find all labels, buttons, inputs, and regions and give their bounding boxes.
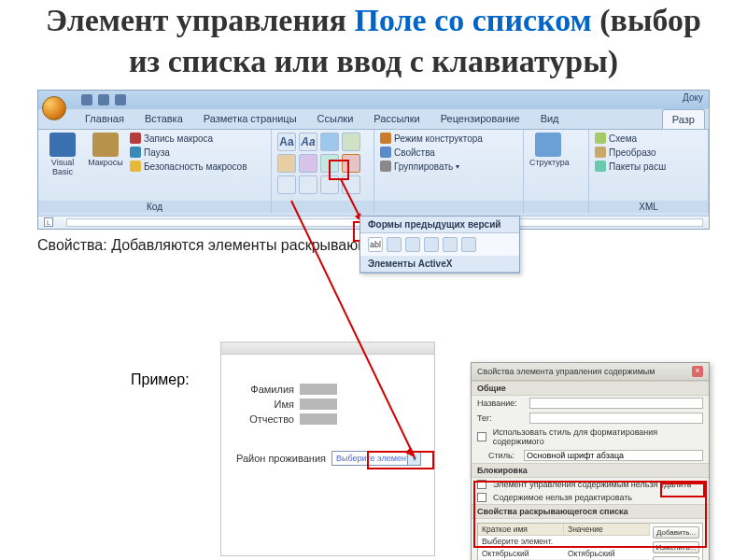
properties-button[interactable]: Свойства xyxy=(380,147,483,158)
tab-review[interactable]: Рецензирование xyxy=(431,109,529,129)
combobox-control-icon[interactable] xyxy=(277,154,296,173)
macros-icon xyxy=(92,133,119,157)
combobox-value: Выберите элемент. xyxy=(332,454,407,463)
shading-legacy-icon[interactable] xyxy=(443,237,458,252)
window-title-fragment: Доку xyxy=(683,92,703,103)
textbox-legacy-icon[interactable]: abl xyxy=(368,237,383,252)
col-shortname: Краткое имя xyxy=(478,524,564,535)
tag-field[interactable] xyxy=(529,413,703,424)
macros-button[interactable]: Макросы xyxy=(87,133,124,168)
control-extra1-icon[interactable] xyxy=(277,175,296,194)
dropdown-props-section: Свойства раскрывающегося списка xyxy=(472,504,709,519)
ruler-marker: L xyxy=(44,217,53,227)
group-controls-props-label xyxy=(374,201,523,213)
visual-basic-icon xyxy=(49,133,76,157)
use-style-label: Использовать стиль для форматирования со… xyxy=(493,427,703,446)
no-delete-checkbox[interactable] xyxy=(477,480,486,489)
warning-icon xyxy=(130,161,141,172)
legacy-forms-header: Формы предыдущих версий xyxy=(360,217,519,233)
structure-button[interactable]: Структура xyxy=(529,133,567,168)
dropdown-list-area: Краткое имя Значение Выберите элемент. О… xyxy=(477,523,703,560)
controls-gallery: Aa Aa xyxy=(277,133,360,194)
tab-mailings[interactable]: Рассылки xyxy=(364,109,429,129)
checkbox-legacy-icon[interactable] xyxy=(387,237,402,252)
no-delete-label: Элемент управления содержимым нельзя уда… xyxy=(493,480,692,489)
pause-icon xyxy=(130,147,141,158)
tab-layout[interactable]: Разметка страницы xyxy=(194,109,306,129)
dropdown-control-icon[interactable] xyxy=(299,154,317,173)
region-label: Район проживания xyxy=(229,453,326,464)
general-section: Общие xyxy=(472,381,709,396)
group-controls-props: Режим конструктора Свойства Группировать… xyxy=(374,130,524,214)
edit-button[interactable]: Изменить... xyxy=(653,541,699,553)
schema-icon xyxy=(595,133,606,144)
legacy-forms-row: abl xyxy=(360,233,519,256)
visual-basic-button[interactable]: Visual Basic xyxy=(44,133,81,177)
title-highlight: Поле со списком xyxy=(355,3,592,37)
patronymic-label: Отчество xyxy=(229,413,294,425)
lastname-label: Фамилия xyxy=(229,384,294,395)
expansion-packs-button[interactable]: Пакеты расш xyxy=(595,161,666,172)
save-icon[interactable] xyxy=(81,94,92,105)
tab-developer[interactable]: Разр xyxy=(662,109,705,129)
list-item: Выберите элемент. xyxy=(478,536,650,548)
group-controls-label xyxy=(272,201,374,213)
group-xml: Схема Преобразо Пакеты расш XML xyxy=(589,130,709,214)
tab-view[interactable]: Вид xyxy=(531,109,569,129)
legacy-tools-dropdown: Формы предыдущих версий abl Элементы Act… xyxy=(359,216,520,273)
plaintext-control-icon[interactable]: Aa xyxy=(299,133,317,151)
tab-insert[interactable]: Вставка xyxy=(135,109,192,129)
tab-references[interactable]: Ссылки xyxy=(308,109,363,129)
add-button[interactable]: Добавить... xyxy=(653,526,699,539)
group-button[interactable]: Группировать ▾ xyxy=(380,161,483,172)
name-field[interactable] xyxy=(529,398,703,409)
record-macro-button[interactable]: Запись макроса xyxy=(130,133,247,144)
reset-legacy-icon[interactable] xyxy=(461,237,476,252)
control-extra3-icon[interactable] xyxy=(320,175,339,194)
undo-icon[interactable] xyxy=(98,94,109,105)
group-code-label: Код xyxy=(38,201,271,213)
chevron-down-icon: ▾ xyxy=(407,452,420,465)
transform-button[interactable]: Преобразо xyxy=(595,147,666,158)
col-value: Значение xyxy=(564,524,650,535)
lastname-field[interactable] xyxy=(300,384,337,395)
macro-security-button[interactable]: Безопасность макросов xyxy=(130,161,247,172)
legacy-tools-icon[interactable] xyxy=(342,154,360,173)
word-ribbon: Доку Главная Вставка Разметка страницы С… xyxy=(37,90,710,230)
frame-legacy-icon[interactable] xyxy=(424,237,439,252)
slide-title: Элемент управления Поле со списком (выбо… xyxy=(28,0,719,82)
example-label: Пример: xyxy=(131,371,190,388)
picture-control-icon[interactable] xyxy=(320,133,339,151)
control-extra4-icon[interactable] xyxy=(342,175,360,194)
group-code: Visual Basic Макросы Запись макроса Пауз… xyxy=(38,130,272,214)
use-style-checkbox[interactable] xyxy=(477,432,486,441)
firstname-field[interactable] xyxy=(300,399,337,410)
dropdown-legacy-icon[interactable] xyxy=(405,237,420,252)
schema-button[interactable]: Схема xyxy=(595,133,666,144)
ribbon-tabs: Главная Вставка Разметка страницы Ссылки… xyxy=(38,109,709,130)
richtext-control-icon[interactable]: Aa xyxy=(277,133,296,151)
firstname-label: Имя xyxy=(229,399,294,410)
patronymic-field[interactable] xyxy=(300,413,337,425)
tag-label: Тег: xyxy=(477,413,526,423)
buildingblock-control-icon[interactable] xyxy=(342,133,360,151)
no-edit-checkbox[interactable] xyxy=(477,493,486,502)
region-combobox[interactable]: Выберите элемент. ▾ xyxy=(331,451,421,466)
design-mode-icon xyxy=(380,133,391,144)
design-mode-button[interactable]: Режим конструктора xyxy=(380,133,483,144)
visual-basic-label: Visual Basic xyxy=(51,158,74,176)
control-extra2-icon[interactable] xyxy=(299,175,317,194)
expansion-icon xyxy=(595,161,606,172)
style-field[interactable] xyxy=(524,450,703,461)
name-label: Название: xyxy=(477,399,526,408)
delete-button[interactable]: Удалить xyxy=(653,556,699,560)
datepicker-control-icon[interactable] xyxy=(320,154,339,173)
record-icon xyxy=(130,133,141,144)
group-structure: Структура xyxy=(524,130,589,214)
no-edit-label: Содержимое нельзя редактировать xyxy=(493,493,632,502)
ribbon-groups: Visual Basic Макросы Запись макроса Пауз… xyxy=(38,130,709,214)
tab-home[interactable]: Главная xyxy=(76,109,134,129)
close-icon[interactable]: × xyxy=(692,366,703,377)
redo-icon[interactable] xyxy=(115,94,126,105)
pause-recording-button[interactable]: Пауза xyxy=(130,147,247,158)
